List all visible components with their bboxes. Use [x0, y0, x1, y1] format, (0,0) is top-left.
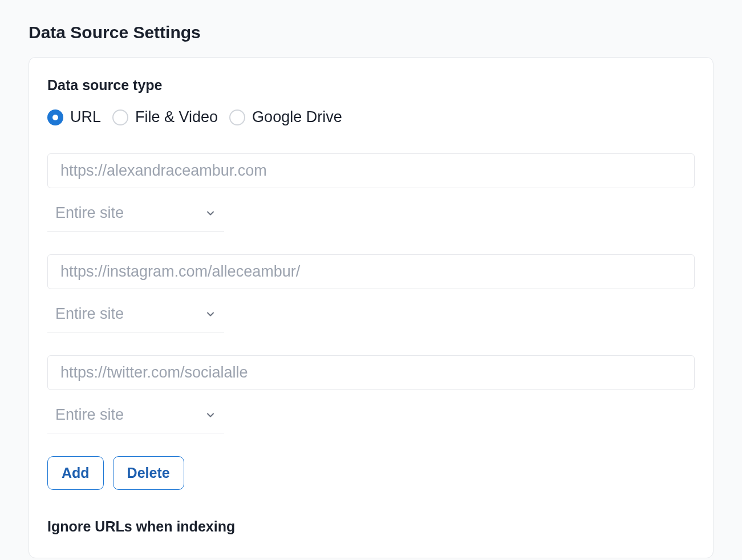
scope-select-3[interactable]: Entire site	[47, 400, 224, 433]
delete-button[interactable]: Delete	[113, 456, 184, 490]
chevron-down-icon	[205, 409, 216, 421]
radio-option-url[interactable]: URL	[47, 108, 101, 126]
scope-value: Entire site	[55, 204, 124, 222]
radio-icon	[229, 109, 245, 125]
button-row: Add Delete	[47, 456, 695, 490]
chevron-down-icon	[205, 309, 216, 320]
scope-value: Entire site	[55, 305, 124, 323]
url-input-1[interactable]	[47, 153, 695, 188]
scope-select-1[interactable]: Entire site	[47, 198, 224, 232]
data-source-type-label: Data source type	[47, 77, 695, 94]
radio-icon	[47, 109, 63, 125]
page-title: Data Source Settings	[29, 23, 713, 42]
radio-label: File & Video	[135, 108, 218, 126]
radio-icon	[112, 109, 128, 125]
radio-label: Google Drive	[252, 108, 342, 126]
radio-label: URL	[70, 108, 101, 126]
url-input-3[interactable]	[47, 355, 695, 390]
ignore-urls-label: Ignore URLs when indexing	[47, 518, 695, 535]
scope-value: Entire site	[55, 406, 124, 424]
chevron-down-icon	[205, 208, 216, 219]
url-input-2[interactable]	[47, 254, 695, 289]
add-button[interactable]: Add	[47, 456, 104, 490]
radio-option-google-drive[interactable]: Google Drive	[229, 108, 342, 126]
radio-option-file-video[interactable]: File & Video	[112, 108, 218, 126]
settings-card: Data source type URL File & Video Google…	[29, 57, 713, 558]
scope-select-2[interactable]: Entire site	[47, 299, 224, 332]
source-type-radio-group: URL File & Video Google Drive	[47, 108, 695, 126]
